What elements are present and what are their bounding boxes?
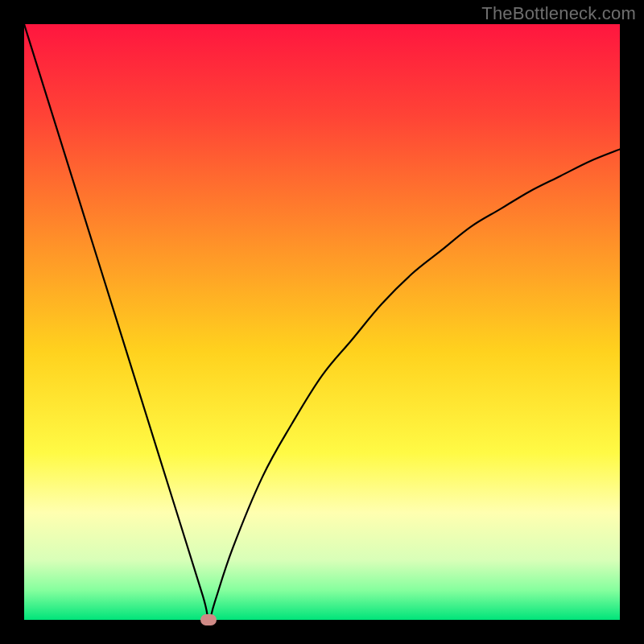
plot-svg [24,24,620,620]
watermark-text: TheBottleneck.com [481,3,636,24]
plot-area [24,24,620,620]
gradient-background [24,24,620,620]
chart-frame: TheBottleneck.com [0,0,644,644]
optimal-point-marker [200,614,217,625]
